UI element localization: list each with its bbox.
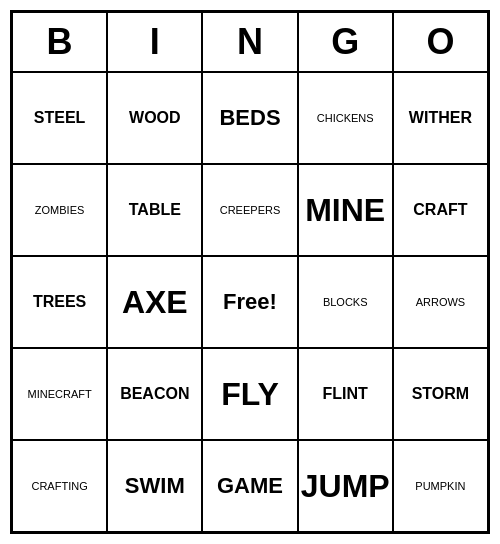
cell-text-1-1: TABLE xyxy=(129,201,181,219)
bingo-cell-0-2: BEDS xyxy=(202,72,297,164)
bingo-cell-0-1: WOOD xyxy=(107,72,202,164)
cell-text-3-3: FLINT xyxy=(323,385,368,403)
bingo-cell-1-3: MINE xyxy=(298,164,393,256)
bingo-cell-0-3: CHICKENS xyxy=(298,72,393,164)
bingo-cell-2-3: BLOCKS xyxy=(298,256,393,348)
cell-text-1-3: MINE xyxy=(305,192,385,229)
cell-text-3-4: STORM xyxy=(412,385,469,403)
cell-text-3-2: FLY xyxy=(221,376,279,413)
cell-text-2-4: ARROWS xyxy=(416,296,466,308)
cell-text-2-1: AXE xyxy=(122,284,188,321)
bingo-cell-4-1: SWIM xyxy=(107,440,202,532)
cell-text-2-2: Free! xyxy=(223,289,277,315)
bingo-cell-0-0: STEEL xyxy=(12,72,107,164)
bingo-cell-1-1: TABLE xyxy=(107,164,202,256)
header-letter-n: N xyxy=(202,12,297,72)
cell-text-0-1: WOOD xyxy=(129,109,181,127)
cell-text-4-1: SWIM xyxy=(125,473,185,499)
cell-text-1-2: CREEPERS xyxy=(220,204,281,216)
bingo-cell-4-3: JUMP xyxy=(298,440,393,532)
bingo-row-4: CRAFTINGSWIMGAMEJUMPPUMPKIN xyxy=(12,440,488,532)
cell-text-3-1: BEACON xyxy=(120,385,189,403)
bingo-cell-4-4: PUMPKIN xyxy=(393,440,488,532)
bingo-cell-2-4: ARROWS xyxy=(393,256,488,348)
bingo-cell-4-0: CRAFTING xyxy=(12,440,107,532)
bingo-cell-2-0: TREES xyxy=(12,256,107,348)
header-letter-o: O xyxy=(393,12,488,72)
bingo-cell-3-3: FLINT xyxy=(298,348,393,440)
bingo-cell-2-1: AXE xyxy=(107,256,202,348)
cell-text-4-2: GAME xyxy=(217,473,283,499)
bingo-cell-3-2: FLY xyxy=(202,348,297,440)
bingo-row-1: ZOMBIESTABLECREEPERSMINECRAFT xyxy=(12,164,488,256)
cell-text-1-0: ZOMBIES xyxy=(35,204,85,216)
cell-text-0-2: BEDS xyxy=(219,105,280,131)
bingo-row-0: STEELWOODBEDSCHICKENSWITHER xyxy=(12,72,488,164)
bingo-cell-1-2: CREEPERS xyxy=(202,164,297,256)
bingo-cell-1-0: ZOMBIES xyxy=(12,164,107,256)
cell-text-0-0: STEEL xyxy=(34,109,86,127)
cell-text-4-3: JUMP xyxy=(301,468,390,505)
bingo-cell-2-2: Free! xyxy=(202,256,297,348)
bingo-grid: STEELWOODBEDSCHICKENSWITHERZOMBIESTABLEC… xyxy=(12,72,488,532)
cell-text-4-4: PUMPKIN xyxy=(415,480,465,492)
bingo-cell-1-4: CRAFT xyxy=(393,164,488,256)
cell-text-4-0: CRAFTING xyxy=(31,480,87,492)
header-letter-i: I xyxy=(107,12,202,72)
bingo-cell-3-0: MINECRAFT xyxy=(12,348,107,440)
header-letter-g: G xyxy=(298,12,393,72)
cell-text-2-3: BLOCKS xyxy=(323,296,368,308)
bingo-row-2: TREESAXEFree!BLOCKSARROWS xyxy=(12,256,488,348)
bingo-card: BINGO STEELWOODBEDSCHICKENSWITHERZOMBIES… xyxy=(10,10,490,534)
cell-text-0-4: WITHER xyxy=(409,109,472,127)
header-letter-b: B xyxy=(12,12,107,72)
bingo-header: BINGO xyxy=(12,12,488,72)
bingo-cell-0-4: WITHER xyxy=(393,72,488,164)
cell-text-1-4: CRAFT xyxy=(413,201,467,219)
bingo-row-3: MINECRAFTBEACONFLYFLINTSTORM xyxy=(12,348,488,440)
cell-text-2-0: TREES xyxy=(33,293,86,311)
bingo-cell-4-2: GAME xyxy=(202,440,297,532)
bingo-cell-3-4: STORM xyxy=(393,348,488,440)
cell-text-3-0: MINECRAFT xyxy=(28,388,92,400)
bingo-cell-3-1: BEACON xyxy=(107,348,202,440)
cell-text-0-3: CHICKENS xyxy=(317,112,374,124)
